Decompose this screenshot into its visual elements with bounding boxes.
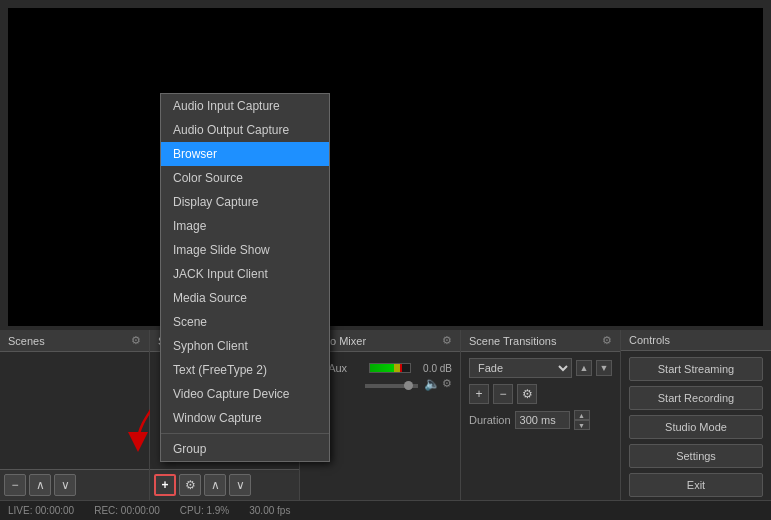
scenes-content [0, 352, 149, 469]
bottom-section: Scenes ⚙ − ∧ ∨ [0, 330, 771, 500]
sources-panel: Sources ⚙ Audio Input Capture Audio Outp… [150, 330, 300, 500]
scenes-footer: − ∧ ∨ [0, 469, 149, 500]
mute-icon[interactable]: 🔈 [424, 376, 440, 391]
fade-chevron-up[interactable]: ▲ [576, 360, 592, 376]
dropdown-group[interactable]: Group [161, 437, 299, 461]
preview-area [8, 8, 763, 326]
controls-content: Start Streaming Start Recording Studio M… [621, 351, 771, 503]
scenes-minus-button[interactable]: − [4, 474, 26, 496]
vol-slider[interactable] [365, 384, 418, 388]
db-label: 0.0 dB [417, 363, 452, 374]
dropdown-text[interactable]: Text (FreeType 2) [161, 358, 299, 382]
duration-up[interactable]: ▲ [574, 410, 590, 420]
level-bar-red [400, 364, 402, 372]
transitions-content: Fade ▲ ▼ + − ⚙ Duration ▲ ▼ [461, 352, 620, 436]
controls-label: Controls [629, 334, 670, 346]
app-container: Scenes ⚙ − ∧ ∨ [0, 0, 771, 520]
duration-label: Duration [469, 414, 511, 426]
transition-gear-button[interactable]: ⚙ [517, 384, 537, 404]
dropdown-separator [161, 433, 299, 434]
transitions-label: Scene Transitions [469, 335, 556, 347]
transitions-gear-icon[interactable]: ⚙ [602, 334, 612, 347]
transition-add-button[interactable]: + [469, 384, 489, 404]
sources-add-button[interactable]: + [154, 474, 176, 496]
fade-chevron-down[interactable]: ▼ [596, 360, 612, 376]
transitions-header: Scene Transitions ⚙ [461, 330, 620, 352]
controls-panel: Controls Start Streaming Start Recording… [621, 330, 771, 500]
exit-button[interactable]: Exit [629, 473, 763, 497]
cpu-status: CPU: 1.9% [180, 505, 229, 516]
duration-row: Duration ▲ ▼ [469, 410, 612, 430]
settings-button[interactable]: Settings [629, 444, 763, 468]
duration-down[interactable]: ▼ [574, 420, 590, 430]
channel-gear-icon[interactable]: ⚙ [442, 377, 452, 390]
scenes-up-button[interactable]: ∧ [29, 474, 51, 496]
sources-gear-button[interactable]: ⚙ [179, 474, 201, 496]
sources-up-button[interactable]: ∧ [204, 474, 226, 496]
scenes-down-button[interactable]: ∨ [54, 474, 76, 496]
scenes-panel: Scenes ⚙ − ∧ ∨ [0, 330, 150, 500]
controls-header: Controls [621, 330, 771, 351]
fade-select[interactable]: Fade [469, 358, 572, 378]
scenes-header: Scenes ⚙ [0, 330, 149, 352]
scenes-label: Scenes [8, 335, 45, 347]
dropdown-window[interactable]: Window Capture [161, 406, 299, 430]
fade-row: Fade ▲ ▼ [469, 358, 612, 378]
rec-status: REC: 00:00:00 [94, 505, 160, 516]
studio-mode-button[interactable]: Studio Mode [629, 415, 763, 439]
level-bar-green [370, 364, 394, 372]
vol-slider-knob [404, 381, 413, 390]
sources-dropdown[interactable]: Audio Input Capture Audio Output Capture… [160, 352, 299, 462]
add-remove-row: + − ⚙ [469, 384, 612, 404]
scenes-gear-icon[interactable]: ⚙ [131, 334, 141, 347]
sources-footer: + ⚙ ∧ ∨ [150, 469, 299, 500]
fps-status: 30.00 fps [249, 505, 290, 516]
transition-remove-button[interactable]: − [493, 384, 513, 404]
start-streaming-button[interactable]: Start Streaming [629, 357, 763, 381]
level-meter [369, 363, 411, 373]
sources-content: Audio Input Capture Audio Output Capture… [150, 352, 299, 469]
status-bar: LIVE: 00:00:00 REC: 00:00:00 CPU: 1.9% 3… [0, 500, 771, 520]
live-status: LIVE: 00:00:00 [8, 505, 74, 516]
transitions-panel: Scene Transitions ⚙ Fade ▲ ▼ + − ⚙ Dura [461, 330, 621, 500]
dropdown-video-capture[interactable]: Video Capture Device [161, 382, 299, 406]
sources-down-button[interactable]: ∨ [229, 474, 251, 496]
duration-input[interactable] [515, 411, 570, 429]
start-recording-button[interactable]: Start Recording [629, 386, 763, 410]
audio-mixer-gear-icon[interactable]: ⚙ [442, 334, 452, 347]
